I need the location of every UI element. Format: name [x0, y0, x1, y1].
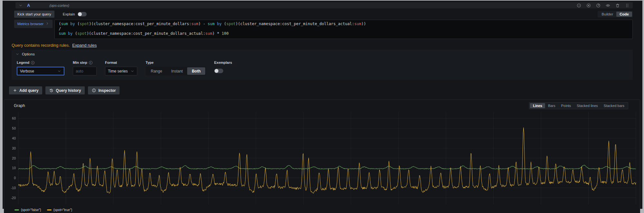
- warning-text: Query contains recording rules.: [12, 43, 70, 48]
- legend-label: Legend: [17, 61, 29, 64]
- y-axis-tick: 60: [6, 116, 16, 120]
- min-step-field: Min stepi: [73, 61, 97, 75]
- query-footer-buttons: Add queryQuery historyInspector: [9, 86, 642, 94]
- legend-field: Legendi Verbose: [17, 61, 64, 75]
- datasource-name: (ops-cortex): [49, 4, 69, 7]
- y-axis-tick: 30: [6, 146, 16, 150]
- y-axis-tick: 0: [6, 176, 16, 180]
- query-toolbar: Kick start your query Explain Builder Co…: [14, 11, 633, 18]
- options-chevron-icon: [15, 52, 19, 56]
- info-icon[interactable]: i: [89, 61, 92, 64]
- legend-item[interactable]: {spot="true"}: [47, 208, 72, 212]
- code-line: (sum by (spot)(cluster_namespace:cost_pe…: [59, 22, 629, 26]
- duplicate-icon[interactable]: [596, 3, 601, 8]
- min-step-label: Min step: [73, 61, 87, 64]
- inspector-button[interactable]: Inspector: [88, 86, 120, 94]
- builder-mode-button[interactable]: Builder: [598, 12, 616, 17]
- mode-tab-stacked-lines[interactable]: Stacked lines: [574, 103, 601, 108]
- explain-label: Explain: [63, 12, 75, 16]
- metrics-browser-button[interactable]: Metrics browser: [14, 20, 53, 28]
- plus-icon: [13, 88, 17, 92]
- legend-swatch: [47, 209, 52, 210]
- svg-text:?: ?: [578, 4, 580, 6]
- y-axis-tick: 10: [6, 166, 16, 170]
- type-option-range[interactable]: Range: [146, 67, 167, 75]
- format-label: Format: [105, 61, 117, 64]
- query-type-radio-group: RangeInstantBoth: [146, 67, 206, 75]
- y-axis-tick: 50: [6, 126, 16, 130]
- chevron-down-icon: [130, 69, 134, 73]
- code-mode-button[interactable]: Code: [616, 12, 632, 17]
- trash-icon[interactable]: [615, 3, 620, 8]
- kick-start-query-button[interactable]: Kick start your query: [14, 11, 54, 18]
- grafana-query-editor: A (ops-cortex) ? Kick start your query E…: [3, 1, 642, 209]
- options-section: Options Legendi Verbose Min stepi Format…: [12, 50, 633, 80]
- mode-tab-lines[interactable]: Lines: [530, 103, 545, 108]
- options-title: Options: [22, 52, 35, 56]
- toggle-knob: [78, 12, 82, 16]
- type-option-both[interactable]: Both: [187, 67, 205, 75]
- mode-tab-stacked-bars[interactable]: Stacked bars: [601, 103, 627, 108]
- y-axis-tick: 40: [6, 136, 16, 140]
- graph-panel-header: Graph LinesBarsPointsStacked linesStacke…: [4, 100, 640, 110]
- type-option-instant[interactable]: Instant: [167, 67, 187, 75]
- chevron-down-icon: [57, 69, 61, 73]
- metrics-browser-label: Metrics browser: [17, 22, 43, 26]
- help-icon[interactable]: ?: [577, 3, 581, 8]
- chevron-right-icon: [45, 22, 49, 26]
- format-value: Time series: [108, 69, 128, 73]
- query-editor-row: Metrics browser (sum by (spot)(cluster_n…: [14, 20, 633, 39]
- history-icon: [49, 88, 53, 92]
- min-step-input[interactable]: [73, 67, 97, 75]
- record-icon[interactable]: [586, 3, 591, 8]
- options-header[interactable]: Options: [15, 52, 629, 56]
- type-label: Type: [146, 61, 154, 64]
- toggle-knob: [215, 69, 218, 73]
- type-field: Type RangeInstantBoth: [146, 61, 206, 75]
- legend-value: Verbose: [20, 69, 34, 73]
- legend-label: {spot="true"}: [53, 208, 72, 212]
- editor-mode-switch: Builder Code: [598, 11, 633, 17]
- legend-label: {spot="false"}: [21, 208, 41, 212]
- graph-panel-title: Graph: [14, 103, 25, 108]
- format-field: Format Time series: [105, 61, 137, 75]
- mode-tab-points[interactable]: Points: [558, 103, 574, 108]
- format-select[interactable]: Time series: [105, 67, 137, 75]
- info-icon[interactable]: i: [31, 61, 34, 64]
- legend-swatch: [14, 209, 19, 210]
- expand-rules-link[interactable]: Expand rules: [72, 43, 97, 48]
- add-query-button[interactable]: Add query: [9, 86, 42, 94]
- recording-rules-warning: Query contains recording rules. Expand r…: [12, 43, 633, 48]
- info-icon: [92, 88, 96, 92]
- query-row-actions: ?: [577, 3, 630, 8]
- y-axis-tick: 20: [6, 156, 16, 160]
- graph-mode-tabs: LinesBarsPointsStacked linesStacked bars: [529, 102, 628, 109]
- query-history-button[interactable]: Query history: [45, 86, 85, 94]
- eye-icon[interactable]: [606, 3, 610, 8]
- chart-area[interactable]: -20-100102030405060: [6, 111, 639, 205]
- y-axis-tick: -20: [6, 196, 16, 200]
- explain-toggle[interactable]: [78, 12, 87, 16]
- collapse-query-chevron-icon[interactable]: [19, 4, 23, 7]
- legend-select[interactable]: Verbose: [17, 67, 64, 75]
- mode-tab-bars[interactable]: Bars: [545, 103, 558, 108]
- graph-panel: Graph LinesBarsPointsStacked linesStacke…: [4, 100, 640, 213]
- y-axis-tick: -10: [6, 186, 16, 190]
- time-series-chart[interactable]: [6, 111, 639, 205]
- exemplars-toggle[interactable]: [214, 69, 223, 73]
- code-line: /: [59, 26, 629, 31]
- code-line: sum by (spot)(cluster_namespace:cost_per…: [59, 31, 629, 36]
- query-ref-id: A: [27, 3, 30, 8]
- exemplars-label: Exemplars: [214, 61, 232, 64]
- query-row-header[interactable]: A (ops-cortex) ?: [15, 2, 633, 8]
- exemplars-field: Exemplars: [214, 61, 232, 75]
- chart-legend: {spot="false"}{spot="true"}: [4, 205, 640, 213]
- legend-item[interactable]: {spot="false"}: [14, 208, 41, 212]
- drag-handle-icon[interactable]: [625, 3, 630, 8]
- promql-code-editor[interactable]: (sum by (spot)(cluster_namespace:cost_pe…: [54, 20, 633, 39]
